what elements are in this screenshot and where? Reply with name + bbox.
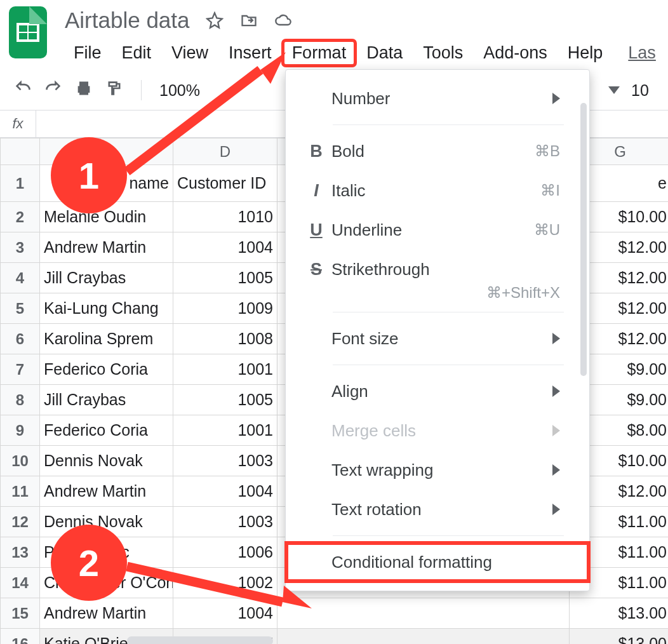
svg-marker-3 bbox=[283, 586, 312, 608]
menu-item-conditional-formatting[interactable]: Conditional formatting bbox=[286, 542, 589, 582]
row-header[interactable]: 10 bbox=[1, 446, 40, 476]
cell-name[interactable]: Federico Coria bbox=[40, 354, 173, 385]
cell-name[interactable]: Federico Coria bbox=[40, 415, 173, 446]
svg-marker-1 bbox=[260, 52, 286, 84]
cell-custid[interactable]: 1001 bbox=[173, 354, 277, 385]
menu-item-bold[interactable]: BBold⌘B bbox=[286, 131, 589, 171]
chevron-right-icon bbox=[552, 504, 560, 515]
menu-help[interactable]: Help bbox=[559, 41, 612, 65]
menu-item-italic[interactable]: IItalic⌘I bbox=[286, 171, 589, 210]
menu-item-rotate[interactable]: Text rotation bbox=[286, 490, 589, 529]
menu-item-underline[interactable]: UUnderline⌘U bbox=[286, 210, 589, 250]
menu-file[interactable]: File bbox=[65, 41, 110, 65]
row-header[interactable]: 3 bbox=[1, 232, 40, 263]
cell-custid[interactable]: 1009 bbox=[173, 293, 277, 324]
svg-line-2 bbox=[127, 567, 283, 602]
font-size-value[interactable]: 10 bbox=[631, 81, 654, 100]
row-header[interactable]: 12 bbox=[1, 507, 40, 537]
row-header[interactable]: 5 bbox=[1, 293, 40, 324]
star-icon[interactable] bbox=[205, 11, 224, 30]
print-icon[interactable] bbox=[75, 79, 93, 101]
svg-line-0 bbox=[127, 70, 260, 171]
menu-item-fontsize[interactable]: Font size bbox=[286, 319, 589, 358]
cell-name[interactable]: Jill Craybas bbox=[40, 263, 173, 293]
row-header[interactable]: 13 bbox=[1, 537, 40, 568]
chevron-right-icon bbox=[552, 333, 560, 344]
formula-bar-fx-label: fx bbox=[0, 116, 36, 132]
row-header[interactable]: 1 bbox=[1, 165, 40, 202]
chevron-right-icon bbox=[552, 464, 560, 476]
menu-addons[interactable]: Add-ons bbox=[474, 41, 556, 65]
menu-scrollbar[interactable] bbox=[580, 103, 587, 584]
select-all-corner[interactable] bbox=[1, 138, 40, 165]
row-header[interactable]: 15 bbox=[1, 598, 40, 629]
chevron-down-icon[interactable] bbox=[608, 86, 620, 94]
menu-item-align[interactable]: Align bbox=[286, 372, 589, 411]
cell-blank[interactable] bbox=[277, 598, 570, 629]
sheets-app-icon bbox=[9, 6, 47, 58]
cell-name[interactable]: Jill Craybas bbox=[40, 385, 173, 415]
row-header[interactable]: 8 bbox=[1, 385, 40, 415]
cell-custid[interactable]: 1004 bbox=[173, 476, 277, 507]
menu-tools[interactable]: Tools bbox=[414, 41, 472, 65]
cell-name[interactable]: Kai-Lung Chang bbox=[40, 293, 173, 324]
cell-custid[interactable]: 1003 bbox=[173, 446, 277, 476]
cell-amount[interactable]: $13.00 bbox=[570, 629, 669, 645]
cell-blank[interactable] bbox=[277, 629, 570, 645]
menu-item-number[interactable]: Number bbox=[286, 79, 589, 118]
menu-format[interactable]: Format bbox=[283, 41, 356, 65]
row-header[interactable]: 16 bbox=[1, 629, 40, 645]
cell-custid[interactable]: 1003 bbox=[173, 507, 277, 537]
horizontal-scrollbar[interactable] bbox=[127, 636, 273, 644]
row-header[interactable]: 4 bbox=[1, 263, 40, 293]
menu-item-wrap[interactable]: Text wrapping bbox=[286, 450, 589, 490]
annotation-badge-2: 2 bbox=[51, 525, 127, 601]
row-header[interactable]: 14 bbox=[1, 568, 40, 598]
cell-custid[interactable]: 1005 bbox=[173, 385, 277, 415]
menu-last-edit[interactable]: Las bbox=[628, 43, 656, 63]
annotation-badge-1: 1 bbox=[51, 137, 127, 213]
cell-custid[interactable]: 1010 bbox=[173, 202, 277, 232]
menu-item-strike[interactable]: SStrikethrough bbox=[286, 250, 589, 289]
row-header[interactable]: 11 bbox=[1, 476, 40, 507]
doc-title[interactable]: Airtable data bbox=[65, 8, 190, 33]
undo-icon[interactable] bbox=[14, 79, 32, 101]
cell-custid[interactable]: 1004 bbox=[173, 232, 277, 263]
menu-data[interactable]: Data bbox=[357, 41, 411, 65]
cell-name[interactable]: Karolina Sprem bbox=[40, 324, 173, 354]
move-to-folder-icon[interactable] bbox=[239, 11, 258, 30]
cell-name[interactable]: Andrew Martin bbox=[40, 476, 173, 507]
row-header[interactable]: 9 bbox=[1, 415, 40, 446]
cell-custid[interactable]: 1001 bbox=[173, 415, 277, 446]
annotation-arrow-2 bbox=[124, 559, 314, 616]
chevron-right-icon bbox=[552, 386, 560, 397]
annotation-arrow-1 bbox=[121, 51, 292, 178]
cell-amount[interactable]: $13.00 bbox=[570, 598, 669, 629]
row-header[interactable]: 7 bbox=[1, 354, 40, 385]
row-header[interactable]: 2 bbox=[1, 202, 40, 232]
row-header[interactable]: 6 bbox=[1, 324, 40, 354]
menu-item-merge: Merge cells bbox=[286, 411, 589, 450]
cell-custid[interactable]: 1005 bbox=[173, 263, 277, 293]
chevron-right-icon bbox=[552, 93, 560, 104]
redo-icon[interactable] bbox=[44, 79, 62, 101]
cell-name[interactable]: Andrew Martin bbox=[40, 232, 173, 263]
chevron-right-icon bbox=[552, 425, 560, 436]
format-menu: Number BBold⌘B IItalic⌘I UUnderline⌘U SS… bbox=[285, 69, 590, 591]
cloud-status-icon[interactable] bbox=[274, 11, 293, 30]
cell-custid[interactable]: 1008 bbox=[173, 324, 277, 354]
cell-name[interactable]: Dennis Novak bbox=[40, 446, 173, 476]
